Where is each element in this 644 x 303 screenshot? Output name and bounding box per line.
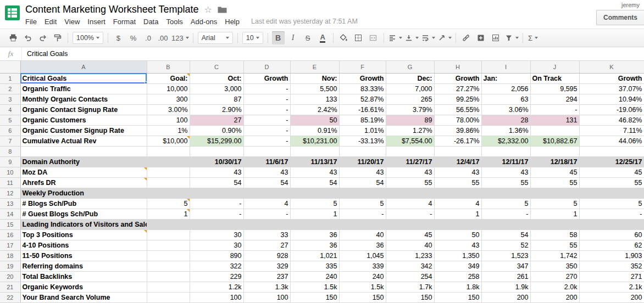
cell-D21[interactable]: 1.3k [243,282,290,292]
cell-F22[interactable]: 150 [339,292,386,302]
cell-I16[interactable]: 54 [481,229,530,240]
cell-A18[interactable]: 11-50 Positions [20,250,147,261]
row-header-8[interactable]: 8 [0,146,20,156]
cell-E7[interactable]: $10,231.00 [290,136,339,146]
font-family-select[interactable]: Arial [198,32,233,44]
cell-A17[interactable]: 4-10 Positions [20,240,147,250]
cell-D15[interactable] [243,219,290,229]
cell-A15[interactable]: Leading Indicators of Visitors and Sales [20,219,147,229]
cell-I13[interactable]: 5 [481,198,530,209]
cell-B12[interactable] [147,188,190,198]
cell-E17[interactable]: 36 [290,240,339,250]
cell-J17[interactable]: 55 [530,240,579,250]
cell-E11[interactable]: 54 [290,177,339,188]
cell-I1[interactable]: Jan: [481,73,530,83]
cell-J15[interactable] [530,219,579,229]
row-header-17[interactable]: 17 [0,240,20,250]
cell-D18[interactable]: 928 [243,250,290,261]
row-header-15[interactable]: 15 [0,219,20,229]
cell-E22[interactable]: 150 [290,292,339,302]
column-header-E[interactable]: E [290,61,339,73]
column-header-K[interactable]: K [579,61,644,73]
cell-J13[interactable]: 5 [530,198,579,209]
cell-C6[interactable]: 0.90% [190,125,243,136]
row-header-14[interactable]: 14 [0,209,20,219]
undo-button[interactable] [21,31,34,44]
menu-data[interactable]: Data [140,16,162,27]
cell-I12[interactable] [481,188,530,198]
cell-F10[interactable]: 43 [339,167,386,177]
row-header-1[interactable]: 1 [0,73,20,83]
cell-C12[interactable] [190,188,243,198]
cell-A11[interactable]: Ahrefs DR [20,177,147,188]
cell-J10[interactable]: 45 [530,167,579,177]
column-header-H[interactable]: H [434,61,481,73]
cell-K12[interactable] [579,188,644,198]
cell-D17[interactable]: 27 [243,240,290,250]
menu-format[interactable]: Format [109,16,140,27]
cell-K7[interactable]: 44.06% [579,136,644,146]
cell-J3[interactable]: 294 [530,94,579,104]
cell-J12[interactable] [530,188,579,198]
cell-G14[interactable]: - [386,209,434,219]
cell-I9[interactable]: 12/11/17 [481,156,530,167]
cell-E2[interactable]: 5,500 [290,83,339,94]
menu-view[interactable]: View [60,16,84,27]
cell-A3[interactable]: Monthly Organic Contacts [20,94,147,104]
insert-comment-button[interactable] [475,31,487,44]
cell-F13[interactable]: 5 [339,198,386,209]
cell-F4[interactable]: -16.61% [339,104,386,115]
cell-I15[interactable] [481,219,530,229]
row-header-6[interactable]: 6 [0,125,20,136]
cell-F20[interactable]: 240 [339,271,386,282]
row-header-9[interactable]: 9 [0,156,20,167]
cell-H21[interactable]: 1.8k [434,282,481,292]
cell-F15[interactable] [339,219,386,229]
cell-E15[interactable] [290,219,339,229]
cell-J8[interactable] [530,146,579,156]
cell-C9[interactable]: 10/30/17 [190,156,243,167]
cell-F2[interactable]: 83.33% [339,83,386,94]
cell-I2[interactable]: 2,056 [481,83,530,94]
row-header-4[interactable]: 4 [0,104,20,115]
formula-input[interactable]: Critical Goals [22,50,68,58]
row-header-2[interactable]: 2 [0,83,20,94]
cell-E4[interactable]: 2.42% [290,104,339,115]
cell-I21[interactable]: 1.9k [481,282,530,292]
menu-addons[interactable]: Add-ons [187,16,221,27]
cell-K20[interactable]: 271 [579,271,644,282]
cell-B20[interactable] [147,271,190,282]
print-button[interactable] [7,31,19,44]
cell-B17[interactable] [147,240,190,250]
cell-D4[interactable]: - [243,104,290,115]
cell-E8[interactable] [290,146,339,156]
cell-G9[interactable]: 11/27/17 [386,156,434,167]
cell-H19[interactable]: 349 [434,261,481,271]
cell-F12[interactable] [339,188,386,198]
cell-J2[interactable]: 9,595 [530,83,579,94]
paint-format-button[interactable] [51,31,64,44]
row-header-3[interactable]: 3 [0,94,20,104]
cell-C11[interactable]: 54 [190,177,243,188]
cell-B11[interactable] [147,177,190,188]
cell-G18[interactable]: 1,233 [386,250,434,261]
cell-J11[interactable]: 55 [530,177,579,188]
cell-D3[interactable]: - [243,94,290,104]
cell-F11[interactable]: 54 [339,177,386,188]
format-currency-button[interactable]: $ [112,31,125,44]
cell-C3[interactable]: 87 [190,94,243,104]
cell-A5[interactable]: Organic Customers [20,115,147,125]
cell-D16[interactable]: 33 [243,229,290,240]
column-header-F[interactable]: F [339,61,386,73]
cell-J7[interactable]: $10,882.67 [530,136,579,146]
cell-G20[interactable]: 254 [386,271,434,282]
select-all-corner[interactable] [0,61,20,73]
cell-D10[interactable]: 43 [243,167,290,177]
cell-H5[interactable]: 78.00% [434,115,481,125]
cell-D5[interactable]: - [243,115,290,125]
menu-tools[interactable]: Tools [162,16,186,27]
cell-A20[interactable]: Total Backlinks [20,271,147,282]
row-header-21[interactable]: 21 [0,282,20,292]
cell-H10[interactable]: 43 [434,167,481,177]
row-header-11[interactable]: 11 [0,177,20,188]
